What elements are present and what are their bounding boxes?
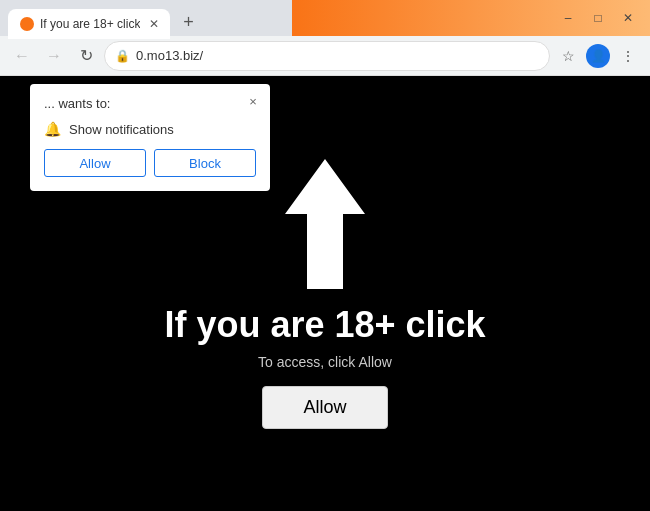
maximize-button[interactable]: □	[584, 4, 612, 32]
profile-avatar: 👤	[586, 44, 610, 68]
popup-allow-button[interactable]: Allow	[44, 149, 146, 177]
profile-button[interactable]: 👤	[584, 42, 612, 70]
close-button[interactable]: ✕	[614, 4, 642, 32]
svg-marker-0	[285, 159, 365, 289]
popup-wants-text: ... wants to:	[44, 96, 256, 111]
window-controls: – □ ✕	[554, 4, 642, 32]
main-heading: If you are 18+ click	[164, 304, 485, 346]
refresh-button[interactable]: ↻	[72, 42, 100, 70]
new-tab-button[interactable]: +	[174, 8, 202, 36]
lock-icon: 🔒	[115, 49, 130, 63]
tab-favicon	[20, 17, 34, 31]
forward-button[interactable]: →	[40, 42, 68, 70]
browser-window: If you are 18+ click ✕ + – □ ✕ ← → ↻ 🔒 0…	[0, 0, 650, 511]
popup-close-button[interactable]: ×	[244, 92, 262, 110]
page-allow-button[interactable]: Allow	[262, 386, 387, 429]
address-bar[interactable]: 🔒 0.mo13.biz/	[104, 41, 550, 71]
nav-actions: ☆ 👤 ⋮	[554, 42, 642, 70]
tab-bar: If you are 18+ click ✕ +	[8, 0, 554, 36]
popup-notification-row: 🔔 Show notifications	[44, 121, 256, 137]
navigation-bar: ← → ↻ 🔒 0.mo13.biz/ ☆ 👤 ⋮	[0, 36, 650, 76]
bell-icon: 🔔	[44, 121, 61, 137]
popup-notification-label: Show notifications	[69, 122, 174, 137]
back-button[interactable]: ←	[8, 42, 36, 70]
tab-title: If you are 18+ click	[40, 17, 140, 31]
sub-heading: To access, click Allow	[258, 354, 392, 370]
bookmark-star-button[interactable]: ☆	[554, 42, 582, 70]
notification-popup: × ... wants to: 🔔 Show notifications All…	[30, 84, 270, 191]
up-arrow-icon	[285, 159, 365, 289]
popup-buttons: Allow Block	[44, 149, 256, 177]
tab-close-button[interactable]: ✕	[146, 16, 162, 32]
page-content: × ... wants to: 🔔 Show notifications All…	[0, 76, 650, 511]
arrow-container	[285, 159, 365, 289]
popup-block-button[interactable]: Block	[154, 149, 256, 177]
url-text: 0.mo13.biz/	[136, 48, 539, 63]
menu-button[interactable]: ⋮	[614, 42, 642, 70]
browser-tab[interactable]: If you are 18+ click ✕	[8, 9, 170, 39]
minimize-button[interactable]: –	[554, 4, 582, 32]
